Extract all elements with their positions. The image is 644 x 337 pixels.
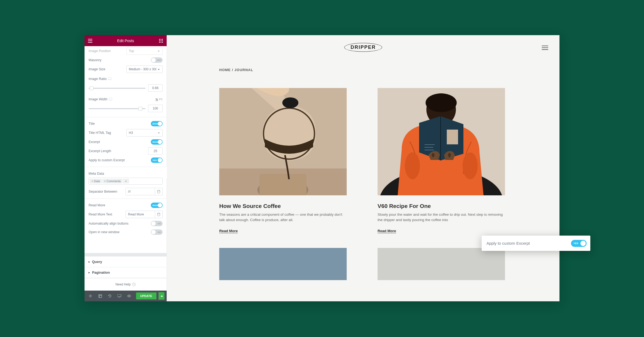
post-card: How We Source Coffee The seasons are a c… xyxy=(219,88,347,233)
meta-tags[interactable]: ×Date ×Comments + xyxy=(89,178,163,185)
excerpt-toggle[interactable]: SHOW xyxy=(151,139,163,145)
dynamic-icon[interactable] xyxy=(155,188,163,195)
title-toggle[interactable]: SHOW xyxy=(151,121,163,126)
svg-rect-7 xyxy=(161,42,162,43)
callout-apply-custom: Apply to custom Excerpt YES xyxy=(482,236,590,251)
read-more-link[interactable]: Read More xyxy=(219,229,238,233)
image-size-select[interactable]: Medium - 300 x 300 xyxy=(126,65,163,73)
svg-point-30 xyxy=(426,93,457,112)
svg-point-36 xyxy=(448,153,451,157)
menu-icon[interactable] xyxy=(87,38,93,44)
responsive-icon[interactable] xyxy=(116,292,123,300)
update-caret[interactable] xyxy=(159,292,164,300)
responsive-icon[interactable] xyxy=(108,77,111,80)
meta-label: Meta Data xyxy=(89,172,104,175)
apply-custom-toggle[interactable]: YES xyxy=(151,157,163,163)
responsive-icon[interactable] xyxy=(109,98,112,100)
open-new-label: Open in new window xyxy=(89,230,119,234)
title-tag-select[interactable]: H3 xyxy=(126,129,163,137)
title-tag-label: Title HTML Tag xyxy=(89,131,111,135)
svg-point-24 xyxy=(282,97,298,108)
site-menu-icon[interactable] xyxy=(542,44,548,51)
preview-area: DRIPPER HOME / JOURNAL xyxy=(167,35,559,301)
svg-point-28 xyxy=(463,152,478,179)
svg-point-27 xyxy=(405,152,420,179)
excerpt-label: Excerpt xyxy=(89,140,100,144)
post-thumbnail xyxy=(219,88,347,195)
image-ratio-label: Image Ratio xyxy=(89,77,111,81)
post-card: V60 Recipe For One Slowly pour the water… xyxy=(378,88,505,233)
sidebar-body: Image Position Top Masonry OFF Image Siz… xyxy=(85,46,167,253)
update-button[interactable]: UPDATE xyxy=(136,292,156,299)
svg-rect-5 xyxy=(162,40,163,41)
svg-rect-32 xyxy=(425,144,435,145)
masonry-label: Masonry xyxy=(89,58,101,62)
panel-title: Edit Posts xyxy=(117,39,134,43)
section-query[interactable]: Query xyxy=(85,256,167,267)
excerpt-len-input[interactable] xyxy=(148,147,163,155)
app-window: Edit Posts Image Position Top Masonry OF… xyxy=(85,35,559,301)
auto-align-label: Automatically align buttons xyxy=(89,222,129,225)
readmore-label: Read More xyxy=(89,203,105,207)
post-thumbnail xyxy=(378,88,505,195)
svg-point-18 xyxy=(129,295,130,296)
auto-align-toggle[interactable]: NO xyxy=(151,221,163,226)
remove-icon[interactable]: × xyxy=(92,180,93,183)
apply-custom-label: Apply to custom Excerpt xyxy=(89,158,125,162)
grid-icon[interactable] xyxy=(158,38,164,44)
svg-rect-31 xyxy=(447,130,458,144)
history-icon[interactable] xyxy=(106,292,114,300)
settings-icon[interactable] xyxy=(87,292,94,300)
callout-label: Apply to custom Excerpt xyxy=(486,241,530,246)
post-title: V60 Recipe For One xyxy=(378,203,505,209)
readmore-text-input[interactable] xyxy=(126,211,155,218)
svg-point-11 xyxy=(158,190,160,191)
image-width-label: Image Width xyxy=(89,97,112,101)
svg-text:?: ? xyxy=(133,283,134,286)
svg-rect-6 xyxy=(159,42,160,43)
sidebar-header: Edit Posts xyxy=(85,35,167,46)
add-tag[interactable]: + xyxy=(123,179,129,183)
readmore-text-label: Read More Text xyxy=(89,213,112,216)
image-position-label: Image Position xyxy=(89,49,111,53)
section-pagination[interactable]: Pagination xyxy=(85,267,167,278)
callout-toggle[interactable]: YES xyxy=(571,240,587,247)
meta-tag: ×Comments xyxy=(103,179,122,183)
post-title: How We Source Coffee xyxy=(219,203,347,209)
svg-rect-33 xyxy=(425,147,433,148)
svg-rect-8 xyxy=(162,42,163,43)
svg-rect-17 xyxy=(118,294,121,297)
sidebar: Edit Posts Image Position Top Masonry OF… xyxy=(85,35,167,301)
image-width-slider[interactable] xyxy=(89,108,145,109)
excerpt-len-label: Excerpt Length xyxy=(89,149,111,153)
need-help[interactable]: Need Help? xyxy=(85,278,167,291)
image-ratio-input[interactable] xyxy=(148,84,163,92)
masonry-toggle[interactable]: OFF xyxy=(151,57,163,63)
breadcrumb: HOME / JOURNAL xyxy=(167,59,559,72)
svg-rect-34 xyxy=(425,150,434,150)
post-excerpt: Slowly pour the water and wait for the c… xyxy=(378,212,505,223)
svg-rect-9 xyxy=(108,77,111,80)
navigator-icon[interactable] xyxy=(96,292,104,300)
title-label: Title xyxy=(89,122,95,126)
svg-rect-22 xyxy=(259,174,306,195)
meta-tag: ×Date xyxy=(90,179,102,183)
remove-icon[interactable]: × xyxy=(104,180,106,183)
brand-logo: DRIPPER xyxy=(344,43,382,52)
preview-icon[interactable] xyxy=(125,292,133,300)
dynamic-icon[interactable] xyxy=(155,211,163,218)
image-width-input[interactable] xyxy=(148,105,163,112)
readmore-toggle[interactable]: SHOW xyxy=(151,203,163,208)
svg-rect-10 xyxy=(109,98,112,100)
svg-rect-3 xyxy=(159,40,160,41)
sidebar-footer: UPDATE xyxy=(85,291,167,301)
separator-input[interactable] xyxy=(126,188,155,195)
open-new-toggle[interactable]: NO xyxy=(151,229,163,235)
svg-rect-4 xyxy=(161,40,162,41)
unit-switch[interactable]: %PX xyxy=(156,98,163,101)
image-position-select[interactable]: Top xyxy=(126,47,163,55)
read-more-link[interactable]: Read More xyxy=(378,229,396,233)
svg-point-35 xyxy=(432,153,434,157)
image-ratio-slider[interactable] xyxy=(89,87,145,89)
post-thumbnail xyxy=(219,248,347,280)
